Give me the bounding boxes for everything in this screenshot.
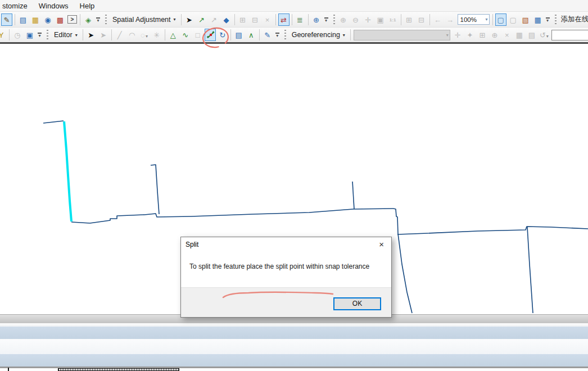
trace-tool-icon[interactable]: ◌▾ <box>139 29 150 41</box>
goto-xy-icon[interactable]: Y <box>0 29 7 41</box>
viewer-window-icon[interactable]: ▣ <box>24 29 35 41</box>
fixed-zoom-out-icon[interactable]: ⊟ <box>416 13 427 26</box>
menu-bar: stomize Windows Help <box>0 0 588 11</box>
toggle-draft-mode-icon[interactable]: ▢ <box>495 13 506 26</box>
layout-toolbar-overflow[interactable]: ▾ <box>544 13 551 26</box>
focus-data-frame-icon[interactable]: ▢ <box>508 13 519 26</box>
adjustment-toolbar-overflow[interactable]: ▾ <box>323 13 330 26</box>
fixed-zoom-in-icon[interactable]: ⊞ <box>404 13 415 26</box>
cut-polygons-icon[interactable]: □ <box>192 29 203 41</box>
adjustment-select-arrow-icon[interactable]: ➤ <box>184 13 195 26</box>
status-band-light2 <box>0 339 588 354</box>
pan-page-icon[interactable]: ✛ <box>363 13 374 26</box>
split-tool-icon[interactable] <box>205 29 216 41</box>
toolbar-row-2: Y◷▣▾Editor▾➤➤╱◠◌▾✳△∿□↻▤∧✎▾Georeferencing… <box>0 27 588 42</box>
zoom-in-page-icon[interactable]: ⊕ <box>338 13 349 26</box>
toolbar-row-1: ✎▤▦◉▩>◈▾Spatial Adjustment▾➤↗↗◆⊞⊟×⇄≣⊕▾⊕⊖… <box>0 11 588 27</box>
dialog-message: To split the feature place the split poi… <box>189 263 386 270</box>
georef-adjust-icon[interactable]: ⊕ <box>489 29 500 41</box>
go-back-extent-icon[interactable]: ← <box>432 13 444 26</box>
bottom-edge-hatched-box <box>58 368 179 371</box>
edge-match-icon[interactable]: ⊟ <box>250 13 261 26</box>
toolbox-icon[interactable]: ▩ <box>55 13 66 26</box>
menu-item-windows[interactable]: Windows <box>33 1 74 11</box>
separator <box>83 29 83 40</box>
toolbar-grip <box>555 15 557 25</box>
add-online-data-label: 添加在线数据服 <box>559 15 588 24</box>
separator <box>308 14 309 25</box>
separator <box>259 29 260 40</box>
delete-link-icon[interactable]: × <box>262 13 273 26</box>
dialog-title: Split <box>186 241 198 248</box>
change-layout-icon[interactable]: ▧ <box>520 13 531 26</box>
time-slider-icon[interactable]: ◷ <box>12 29 23 41</box>
link-table-icon[interactable]: ⇄ <box>278 13 290 26</box>
status-band-blue1 <box>0 327 588 339</box>
multiple-links-icon[interactable]: ◆ <box>221 13 232 26</box>
catalog-icon[interactable]: ▦ <box>30 13 41 26</box>
separator <box>234 14 235 25</box>
separator <box>492 14 493 25</box>
adjust-icon[interactable]: ⊕ <box>311 13 322 26</box>
separator <box>165 29 165 40</box>
auto-registration-icon[interactable]: ✦ <box>464 29 476 41</box>
ok-button[interactable]: OK <box>333 297 381 310</box>
toolbar-grip <box>47 30 48 40</box>
georeferencing-menu[interactable]: Georeferencing▾ <box>288 29 349 40</box>
arc-segment-icon[interactable]: ◠ <box>126 29 138 41</box>
separator <box>230 29 231 40</box>
toolbar-grip <box>105 15 107 25</box>
edit-annotation-icon[interactable]: ➤ <box>98 29 109 41</box>
spatial-adjustment-menu[interactable]: Spatial Adjustment▾ <box>109 14 179 25</box>
search-icon[interactable]: ◉ <box>42 13 53 26</box>
standard2-toolbar-overflow[interactable]: ▾ <box>36 29 43 41</box>
editor-pencil-icon[interactable]: ✎ <box>1 13 12 26</box>
georeferencing-layer-combo[interactable]: ▾ <box>354 30 450 40</box>
new-displacement-link-icon[interactable]: ↗ <box>196 13 207 26</box>
close-icon[interactable]: × <box>377 239 386 249</box>
edit-vertices-icon[interactable]: △ <box>168 29 179 41</box>
go-forward-extent-icon[interactable]: → <box>445 13 456 26</box>
separator <box>292 14 292 25</box>
adjustment-preview-icon[interactable]: ≣ <box>295 13 306 26</box>
add-control-points-icon[interactable]: ✛ <box>452 29 463 41</box>
midpoint-tool-icon[interactable]: ✳ <box>151 29 162 41</box>
separator <box>429 14 430 25</box>
menu-item-help[interactable]: Help <box>74 1 101 11</box>
data-driven-pages-icon[interactable]: ▦ <box>532 13 544 26</box>
zoom-whole-page-icon[interactable]: ▣ <box>375 13 386 26</box>
georef-coordinate-input[interactable] <box>551 30 588 40</box>
zoom-100-icon[interactable]: 1:1 <box>387 13 399 26</box>
separator <box>275 14 276 25</box>
straight-segment-icon[interactable]: ╱ <box>114 29 125 41</box>
zoom-percent-combo[interactable]: 100%▾ <box>458 14 490 25</box>
edit-tool-arrow-icon[interactable]: ➤ <box>85 29 97 41</box>
separator <box>111 29 112 40</box>
georef-rotate-icon[interactable]: ↺▾ <box>539 29 550 41</box>
georef-link-table-icon[interactable]: ▦ <box>514 29 525 41</box>
modelbuilder-icon[interactable]: ◈ <box>83 13 94 26</box>
toolbar-grip <box>333 15 335 25</box>
sketch-properties-icon[interactable]: ∧ <box>246 29 257 41</box>
editor-toolbar-overflow[interactable]: ▾ <box>274 29 281 41</box>
status-band-blue2 <box>0 354 588 367</box>
zoom-out-page-icon[interactable]: ⊖ <box>350 13 361 26</box>
python-window-icon[interactable]: > <box>67 15 77 24</box>
attributes-icon[interactable]: ▤ <box>233 29 245 41</box>
rotate-tool-icon[interactable]: ↻ <box>217 29 228 41</box>
edit-sketch-icon[interactable]: ✎ <box>262 29 273 41</box>
standard-toolbar-overflow[interactable]: ▾ <box>94 13 102 26</box>
toolbar-grip <box>284 30 286 40</box>
menu-item-customize[interactable]: stomize <box>1 1 33 11</box>
separator <box>350 29 351 40</box>
adjustment-grid-icon[interactable]: ⊞ <box>237 13 248 26</box>
table-of-contents-icon[interactable]: ▤ <box>17 13 29 26</box>
georef-viewer-icon[interactable]: ▤ <box>526 29 537 41</box>
modify-link-icon[interactable]: ↗ <box>209 13 220 26</box>
editor-menu[interactable]: Editor▾ <box>51 29 81 40</box>
bottom-edge-tick <box>8 368 9 371</box>
reshape-feature-icon[interactable]: ∿ <box>180 29 191 41</box>
separator <box>181 14 182 25</box>
georef-zoom-link-icon[interactable]: ⊞ <box>477 29 488 41</box>
georef-delete-link-icon[interactable]: × <box>501 29 513 41</box>
